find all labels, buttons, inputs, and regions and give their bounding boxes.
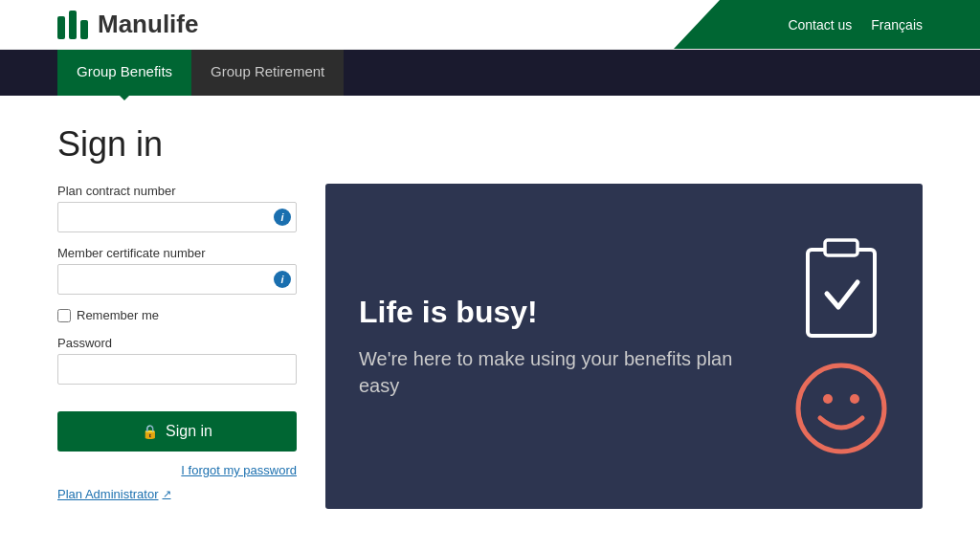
nav-tabs: Group Benefits Group Retirement — [0, 50, 980, 96]
francais-link[interactable]: Français — [871, 17, 923, 33]
password-input[interactable] — [57, 354, 297, 385]
promo-text: Life is busy! We're here to make using y… — [359, 295, 765, 399]
svg-rect-1 — [825, 240, 858, 255]
header-nav: Contact us Français — [788, 17, 923, 33]
plan-admin-label: Plan Administrator — [57, 487, 159, 501]
promo-icons — [793, 236, 889, 456]
svg-point-3 — [823, 394, 833, 404]
logo-bar-1 — [57, 16, 65, 39]
logo-text: Manulife — [98, 10, 198, 39]
tab-group-benefits[interactable]: Group Benefits — [57, 50, 191, 96]
lock-icon: 🔒 — [142, 424, 158, 439]
plan-contract-input[interactable] — [57, 202, 297, 232]
contact-us-link[interactable]: Contact us — [788, 17, 852, 33]
svg-point-2 — [798, 365, 884, 452]
remember-me-checkbox[interactable] — [57, 309, 71, 322]
header: Manulife Contact us Français — [0, 0, 980, 50]
svg-rect-0 — [808, 250, 875, 336]
signin-button-label: Sign in — [166, 423, 212, 440]
plan-contract-label: Plan contract number — [57, 184, 297, 198]
remember-me-group: Remember me — [57, 308, 297, 322]
plan-contract-group: Plan contract number i — [57, 184, 297, 232]
clipboard-icon — [798, 236, 884, 342]
promo-subtitle: We're here to make using your benefits p… — [359, 345, 765, 399]
external-link-icon: ↗ — [163, 488, 171, 500]
logo-bars-icon — [57, 11, 88, 39]
logo-bar-3 — [80, 20, 88, 39]
content-area: Plan contract number i Member certificat… — [57, 184, 923, 509]
signin-button[interactable]: 🔒 Sign in — [57, 411, 297, 452]
tab-group-retirement[interactable]: Group Retirement — [191, 50, 344, 96]
forgot-password-link[interactable]: I forgot my password — [57, 463, 297, 477]
smiley-icon — [793, 361, 889, 456]
member-cert-label: Member certificate number — [57, 246, 297, 260]
member-cert-info-icon[interactable]: i — [274, 271, 291, 288]
member-cert-input[interactable] — [57, 264, 297, 295]
page-title: Sign in — [57, 124, 923, 165]
plan-contract-info-icon[interactable]: i — [274, 209, 291, 226]
plan-contract-input-wrapper: i — [57, 202, 297, 232]
member-cert-group: Member certificate number i — [57, 246, 297, 295]
main-content: Sign in Plan contract number i Member ce… — [0, 96, 980, 538]
svg-point-4 — [850, 394, 859, 404]
promo-title: Life is busy! — [359, 295, 765, 330]
plan-admin-link[interactable]: Plan Administrator ↗ — [57, 487, 297, 501]
password-label: Password — [57, 336, 297, 350]
logo: Manulife — [57, 10, 198, 39]
logo-bar-2 — [69, 11, 77, 39]
member-cert-input-wrapper: i — [57, 264, 297, 295]
remember-me-label: Remember me — [77, 308, 159, 322]
password-group: Password — [57, 336, 297, 398]
promo-panel: Life is busy! We're here to make using y… — [325, 184, 923, 509]
signin-form: Plan contract number i Member certificat… — [57, 184, 297, 501]
